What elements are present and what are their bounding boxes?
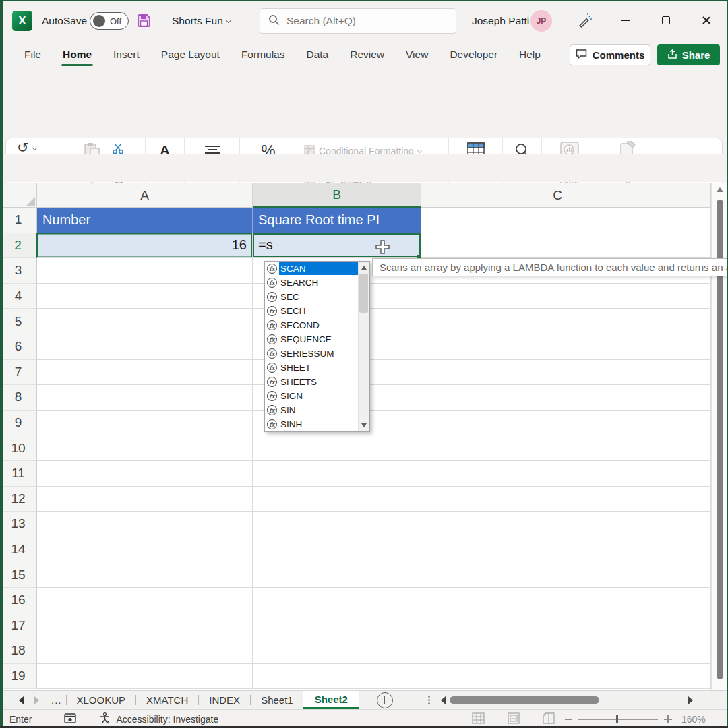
- cell-A6[interactable]: [37, 334, 253, 360]
- cell-B2[interactable]: =s: [253, 233, 421, 259]
- autocomplete-item-search[interactable]: fxSEARCH: [265, 276, 358, 290]
- row-header-13[interactable]: 13: [0, 512, 37, 537]
- accessibility-status[interactable]: Accessibility: Investigate: [99, 712, 218, 726]
- cell-B19[interactable]: [253, 664, 421, 690]
- row-header-7[interactable]: 7: [0, 360, 37, 386]
- row-header-8[interactable]: 8: [0, 385, 37, 411]
- column-header-c[interactable]: C: [421, 183, 694, 208]
- cell-B10[interactable]: [253, 435, 421, 461]
- cell-overflow[interactable]: [694, 208, 711, 233]
- row-header-17[interactable]: 17: [0, 613, 37, 639]
- cell-overflow[interactable]: [694, 638, 711, 664]
- cell-C11[interactable]: [421, 461, 694, 487]
- document-title[interactable]: Shorts Fun: [172, 15, 223, 27]
- row-header-18[interactable]: 18: [0, 638, 37, 664]
- cell-A9[interactable]: [37, 411, 253, 436]
- undo-button[interactable]: ↺: [17, 141, 36, 154]
- minimize-button[interactable]: [610, 0, 641, 40]
- ribbon-tab-file[interactable]: File: [13, 42, 52, 67]
- autocomplete-scrollbar[interactable]: [358, 262, 369, 431]
- cell-A8[interactable]: [37, 385, 253, 411]
- ribbon-tab-formulas[interactable]: Formulas: [231, 42, 296, 67]
- cell-C10[interactable]: [421, 435, 694, 461]
- zoom-in-icon[interactable]: [664, 715, 672, 723]
- cell-B17[interactable]: [253, 613, 421, 639]
- column-header-overflow[interactable]: [694, 183, 711, 208]
- cell-C9[interactable]: [421, 411, 694, 436]
- comments-button[interactable]: Comments: [570, 44, 650, 65]
- hscroll-right-icon[interactable]: [688, 696, 693, 704]
- cell-C16[interactable]: [421, 588, 694, 613]
- autocomplete-item-sin[interactable]: fxSIN: [265, 403, 358, 417]
- autocomplete-item-sheets[interactable]: fxSHEETS: [265, 375, 358, 389]
- row-header-11[interactable]: 11: [0, 461, 37, 487]
- cell-A3[interactable]: [37, 258, 253, 284]
- ribbon-tab-view[interactable]: View: [395, 42, 439, 67]
- cell-C4[interactable]: [421, 284, 694, 309]
- cell-overflow[interactable]: [694, 461, 711, 487]
- cell-overflow[interactable]: [694, 284, 711, 309]
- row-header-15[interactable]: 15: [0, 562, 37, 588]
- ribbon-tab-help[interactable]: Help: [508, 42, 551, 67]
- horizontal-scrollbar-thumb[interactable]: [450, 696, 599, 704]
- scroll-up-icon[interactable]: [717, 187, 723, 192]
- cell-A19[interactable]: [37, 664, 253, 690]
- row-header-10[interactable]: 10: [0, 435, 37, 461]
- cell-C13[interactable]: [421, 512, 694, 537]
- cell-overflow[interactable]: [694, 562, 711, 588]
- cell-C17[interactable]: [421, 613, 694, 639]
- cell-A7[interactable]: [37, 360, 253, 386]
- share-button[interactable]: Share: [657, 44, 720, 65]
- ribbon-tab-developer[interactable]: Developer: [439, 42, 508, 67]
- row-header-19[interactable]: 19: [0, 664, 37, 690]
- cell-overflow[interactable]: [694, 613, 711, 639]
- sheet-tab-sheet1[interactable]: Sheet1: [251, 691, 303, 709]
- autocomplete-item-sequence[interactable]: fxSEQUENCE: [265, 332, 358, 346]
- autocomplete-item-second[interactable]: fxSECOND: [265, 318, 358, 332]
- cell-overflow[interactable]: [694, 435, 711, 461]
- column-header-a[interactable]: A: [37, 183, 253, 208]
- cell-A1[interactable]: Number: [37, 208, 253, 233]
- row-header-4[interactable]: 4: [0, 284, 37, 309]
- cell-C12[interactable]: [421, 487, 694, 512]
- cell-B14[interactable]: [253, 537, 421, 563]
- cell-B13[interactable]: [253, 512, 421, 537]
- cell-C2[interactable]: [421, 233, 694, 259]
- zoom-level[interactable]: 160%: [681, 714, 706, 725]
- cell-A4[interactable]: [37, 284, 253, 309]
- cell-A11[interactable]: [37, 461, 253, 487]
- close-button[interactable]: [691, 0, 722, 40]
- cell-overflow[interactable]: [694, 487, 711, 512]
- zoom-slider[interactable]: [578, 719, 658, 720]
- autocomplete-item-seriessum[interactable]: fxSERIESSUM: [265, 346, 358, 361]
- sheet-tab-xlookup[interactable]: XLOOKUP: [67, 691, 136, 709]
- normal-view-icon[interactable]: [472, 712, 485, 726]
- autocomplete-scroll-down-icon[interactable]: [361, 423, 367, 427]
- cell-overflow[interactable]: [694, 537, 711, 563]
- cell-C19[interactable]: [421, 664, 694, 690]
- add-sheet-button[interactable]: [377, 692, 393, 708]
- cell-overflow[interactable]: [694, 385, 711, 411]
- sheet-tab-sheet2[interactable]: Sheet2: [303, 691, 359, 709]
- search-input[interactable]: [286, 15, 448, 27]
- sheet-tab-index[interactable]: INDEX: [199, 691, 250, 709]
- cell-overflow[interactable]: [694, 411, 711, 436]
- autocomplete-item-sign[interactable]: fxSIGN: [265, 389, 358, 403]
- ribbon-tab-page-layout[interactable]: Page Layout: [150, 42, 231, 67]
- undo-chevron-icon[interactable]: [32, 145, 37, 150]
- cell-A15[interactable]: [37, 562, 253, 588]
- cell-C15[interactable]: [421, 562, 694, 588]
- cell-A2[interactable]: 16: [37, 233, 253, 259]
- row-header-14[interactable]: 14: [0, 537, 37, 563]
- autocomplete-item-sinh[interactable]: fxSINH: [265, 417, 358, 431]
- cell-A13[interactable]: [37, 512, 253, 537]
- row-header-1[interactable]: 1: [0, 208, 37, 233]
- sheet-nav-right-icon[interactable]: [34, 696, 39, 704]
- cell-overflow[interactable]: [694, 309, 711, 334]
- cell-B18[interactable]: [253, 638, 421, 664]
- ribbon-tab-home[interactable]: Home: [52, 42, 102, 67]
- cell-C8[interactable]: [421, 385, 694, 411]
- user-avatar[interactable]: JP: [530, 10, 552, 32]
- cell-A14[interactable]: [37, 537, 253, 563]
- scrollbar-grip-icon[interactable]: [428, 696, 430, 704]
